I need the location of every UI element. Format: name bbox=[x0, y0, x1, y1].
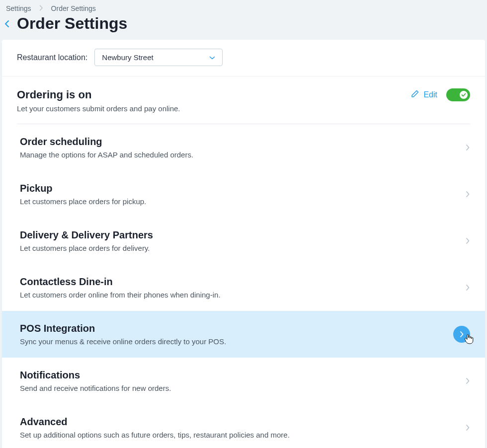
chevron-right-icon bbox=[465, 191, 470, 198]
edit-button[interactable]: Edit bbox=[410, 89, 437, 100]
list-item-text: PickupLet customers place orders for pic… bbox=[20, 183, 146, 206]
back-button[interactable] bbox=[4, 19, 10, 28]
list-item-text: NotificationsSend and receive notificati… bbox=[20, 370, 171, 392]
list-item-text: Delivery & Delivery PartnersLet customer… bbox=[20, 229, 153, 252]
list-item-sub: Send and receive notifications for new o… bbox=[20, 384, 171, 392]
list-item-title: Pickup bbox=[20, 183, 146, 194]
chevron-right-icon bbox=[453, 326, 470, 343]
list-item[interactable]: NotificationsSend and receive notificati… bbox=[2, 358, 485, 404]
list-item-sub: Let customers place orders for delivery. bbox=[20, 244, 153, 252]
list-item-sub: Sync your menus & receive online orders … bbox=[20, 337, 226, 346]
list-item[interactable]: AdvancedSet up additional options such a… bbox=[2, 404, 485, 448]
list-item[interactable]: Contactless Dine-inLet customers order o… bbox=[2, 264, 485, 311]
ordering-text: Ordering is on Let your customers submit… bbox=[17, 88, 180, 113]
list-item-sub: Manage the options for ASAP and schedule… bbox=[20, 150, 193, 159]
chevron-right-icon bbox=[465, 237, 470, 244]
ordering-sub: Let your customers submit orders and pay… bbox=[17, 104, 180, 113]
page-title: Order Settings bbox=[17, 14, 127, 33]
breadcrumb-parent-link[interactable]: Settings bbox=[6, 4, 31, 12]
list-item[interactable]: Delivery & Delivery PartnersLet customer… bbox=[2, 218, 485, 264]
chevron-right-icon bbox=[465, 144, 470, 151]
list-item-title: Order scheduling bbox=[20, 136, 193, 148]
list-item[interactable]: Order schedulingManage the options for A… bbox=[2, 124, 485, 171]
breadcrumb: Settings Order Settings bbox=[0, 0, 487, 12]
main-card: Restaurant location: Newbury Street Orde… bbox=[2, 40, 485, 448]
title-row: Order Settings bbox=[0, 12, 487, 39]
settings-list: Order schedulingManage the options for A… bbox=[2, 124, 485, 448]
check-icon bbox=[461, 92, 466, 97]
list-item-title: POS Integration bbox=[20, 323, 226, 334]
ordering-toggle[interactable] bbox=[446, 88, 470, 101]
location-label: Restaurant location: bbox=[17, 53, 87, 62]
chevron-down-icon bbox=[209, 53, 215, 62]
chevron-right-icon bbox=[39, 4, 43, 12]
ordering-header: Ordering is on bbox=[17, 88, 180, 101]
list-item-text: Order schedulingManage the options for A… bbox=[20, 136, 193, 159]
ordering-controls: Edit bbox=[410, 88, 470, 101]
list-item-sub: Let customers order online from their ph… bbox=[20, 291, 221, 299]
list-item-title: Delivery & Delivery Partners bbox=[20, 229, 153, 241]
chevron-right-icon bbox=[465, 377, 470, 384]
location-value: Newbury Street bbox=[102, 53, 153, 62]
chevron-right-icon bbox=[465, 424, 470, 431]
list-item-text: POS IntegrationSync your menus & receive… bbox=[20, 323, 226, 346]
ordering-section: Ordering is on Let your customers submit… bbox=[2, 76, 485, 448]
edit-label: Edit bbox=[423, 90, 437, 99]
list-item-sub: Set up additional options such as future… bbox=[20, 431, 290, 439]
list-item-text: Contactless Dine-inLet customers order o… bbox=[20, 276, 221, 299]
toggle-knob bbox=[459, 90, 469, 100]
breadcrumb-current: Order Settings bbox=[51, 4, 96, 12]
list-item-title: Contactless Dine-in bbox=[20, 276, 221, 288]
location-select[interactable]: Newbury Street bbox=[94, 49, 223, 66]
location-row: Restaurant location: Newbury Street bbox=[2, 40, 485, 76]
pencil-icon bbox=[410, 89, 419, 100]
list-item-sub: Let customers place orders for pickup. bbox=[20, 197, 146, 206]
chevron-left-icon bbox=[4, 19, 10, 28]
chevron-right-icon bbox=[465, 284, 470, 291]
list-item[interactable]: PickupLet customers place orders for pic… bbox=[2, 171, 485, 218]
list-item-title: Notifications bbox=[20, 370, 171, 381]
list-item-title: Advanced bbox=[20, 416, 290, 428]
list-item[interactable]: POS IntegrationSync your menus & receive… bbox=[2, 311, 485, 358]
list-item-text: AdvancedSet up additional options such a… bbox=[20, 416, 290, 439]
